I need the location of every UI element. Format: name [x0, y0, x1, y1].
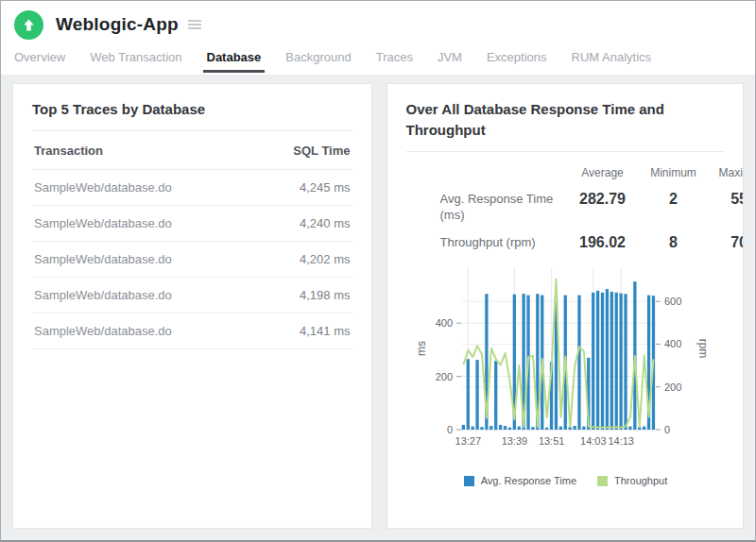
- table-row[interactable]: SampleWeb/database.do4,141 ms: [32, 313, 352, 349]
- divider: [406, 151, 725, 152]
- svg-text:14:13: 14:13: [608, 435, 634, 447]
- app-header: Weblogic-App: [1, 1, 755, 48]
- stats-value: 556: [707, 183, 744, 227]
- chart-legend: Avg. Response TimeThroughput: [387, 475, 744, 486]
- tab-overview[interactable]: Overview: [14, 50, 65, 73]
- app-window: Weblogic-App OverviewWeb TransactionData…: [0, 0, 756, 542]
- legend-item-throughput[interactable]: Throughput: [597, 475, 667, 486]
- transaction-name[interactable]: SampleWeb/database.do: [34, 216, 172, 230]
- stats-value: 282.79: [565, 183, 641, 227]
- legend-label: Throughput: [614, 475, 667, 486]
- up-arrow-icon: [22, 18, 36, 32]
- column-sql-time: SQL Time: [293, 144, 350, 158]
- svg-text:600: 600: [664, 296, 681, 307]
- tab-bar: OverviewWeb TransactionDatabaseBackgroun…: [1, 48, 755, 75]
- stats-row-label: Avg. Response Time (ms): [406, 183, 565, 227]
- legend-item-avg-response-time[interactable]: Avg. Response Time: [464, 475, 576, 486]
- table-row[interactable]: SampleWeb/database.do4,240 ms: [32, 206, 352, 242]
- page-title: Weblogic-App: [56, 14, 179, 35]
- stats-row-label: Throughput (rpm): [406, 227, 565, 254]
- svg-text:0: 0: [664, 424, 670, 435]
- svg-text:400: 400: [664, 338, 681, 349]
- stats-value: 8: [641, 227, 707, 254]
- sql-time-value: 4,198 ms: [300, 288, 350, 302]
- stats-column-average: Average: [565, 161, 641, 183]
- svg-text:14:03: 14:03: [580, 435, 607, 447]
- right-panel-title: Over All Database Response Time and Thro…: [406, 99, 718, 141]
- combo-chart: 13:2713:3913:5114:0314:13020040002004006…: [387, 256, 744, 450]
- sql-time-value: 4,245 ms: [300, 180, 350, 195]
- svg-text:13:51: 13:51: [538, 435, 564, 447]
- column-transaction: Transaction: [34, 144, 103, 158]
- left-panel-title: Top 5 Traces by Database: [32, 99, 352, 120]
- table-row[interactable]: SampleWeb/database.do4,245 ms: [32, 170, 352, 206]
- transaction-name[interactable]: SampleWeb/database.do: [34, 180, 172, 195]
- top-traces-panel: Top 5 Traces by Database Transaction SQL…: [13, 84, 371, 528]
- svg-text:200: 200: [435, 371, 452, 382]
- svg-text:200: 200: [664, 381, 681, 393]
- stats-value: 2: [641, 183, 707, 227]
- svg-text:13:27: 13:27: [455, 435, 481, 447]
- sql-time-value: 4,240 ms: [300, 216, 350, 230]
- transaction-name[interactable]: SampleWeb/database.do: [34, 252, 172, 266]
- tab-rum-analytics[interactable]: RUM Analytics: [572, 50, 652, 73]
- content-area: Top 5 Traces by Database Transaction SQL…: [1, 75, 755, 540]
- sql-time-value: 4,141 ms: [300, 324, 350, 338]
- stats-value: 706: [707, 227, 744, 254]
- svg-text:13:39: 13:39: [501, 435, 527, 447]
- stats-column-minimum: Minimum: [641, 161, 707, 183]
- transaction-name[interactable]: SampleWeb/database.do: [34, 288, 172, 302]
- stats-table: AverageMinimumMaximumAvg. Response Time …: [406, 161, 744, 254]
- svg-text:400: 400: [435, 317, 452, 329]
- stats-corner: [406, 161, 565, 183]
- status-up-icon: [14, 10, 43, 40]
- tab-background[interactable]: Background: [285, 50, 351, 73]
- tab-traces[interactable]: Traces: [376, 50, 413, 73]
- sql-time-value: 4,202 ms: [300, 252, 350, 266]
- transaction-name[interactable]: SampleWeb/database.do: [34, 324, 172, 338]
- tab-web-transaction[interactable]: Web Transaction: [90, 50, 181, 73]
- legend-swatch-icon: [597, 476, 608, 486]
- legend-swatch-icon: [464, 476, 474, 486]
- hamburger-menu-icon[interactable]: [188, 20, 201, 29]
- tab-jvm[interactable]: JVM: [438, 50, 462, 73]
- stats-value: 196.02: [565, 227, 641, 254]
- response-throughput-panel: Over All Database Response Time and Thro…: [387, 84, 744, 528]
- legend-label: Avg. Response Time: [481, 475, 576, 486]
- traces-table-header: Transaction SQL Time: [32, 131, 352, 170]
- tab-database[interactable]: Database: [207, 50, 262, 73]
- traces-table: Transaction SQL Time SampleWeb/database.…: [32, 131, 352, 349]
- traces-table-body: SampleWeb/database.do4,245 msSampleWeb/d…: [32, 170, 352, 349]
- tab-exceptions[interactable]: Exceptions: [487, 50, 547, 73]
- table-row[interactable]: SampleWeb/database.do4,198 ms: [32, 278, 352, 313]
- svg-text:rpm: rpm: [696, 339, 710, 359]
- svg-text:0: 0: [446, 424, 452, 435]
- table-row[interactable]: SampleWeb/database.do4,202 ms: [32, 242, 352, 278]
- svg-text:ms: ms: [415, 341, 428, 356]
- stats-column-maximum: Maximum: [707, 161, 744, 183]
